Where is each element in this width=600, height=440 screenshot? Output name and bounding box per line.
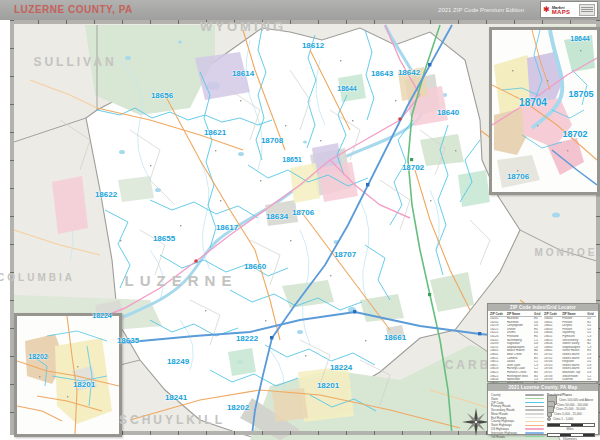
inset-tr-art bbox=[492, 30, 597, 192]
county-label-wyoming: WYOMING bbox=[200, 19, 286, 34]
legend-line-items: CountyStateZIP CodePrimary RoadsSecondar… bbox=[491, 393, 544, 440]
legend-line-sample bbox=[525, 425, 544, 426]
logo-star-icon: ✱ bbox=[543, 6, 550, 14]
zip-label-18706: 18706 bbox=[292, 208, 314, 217]
map-frame-top bbox=[10, 20, 600, 24]
legend-line-sample bbox=[525, 409, 544, 410]
legend-place-item: Cities 1 - 5,000 bbox=[547, 416, 595, 421]
legend-item-toll-roads: Toll Roads bbox=[491, 435, 544, 439]
inset-zip-label-18704: 18704 bbox=[519, 97, 547, 108]
scale-bar-miles: Miles bbox=[547, 423, 595, 431]
legend-body: CountyStateZIP CodePrimary RoadsSecondar… bbox=[488, 391, 598, 440]
legend-line-sample bbox=[525, 417, 544, 418]
inset-zip-label-18706: 18706 bbox=[507, 172, 529, 181]
legend-place-items: Cities 100,000 and AboveCities 50,000 - … bbox=[547, 398, 595, 421]
zip-label-18201: 18201 bbox=[317, 381, 339, 390]
zip-label-18614: 18614 bbox=[232, 69, 254, 78]
zip-label-18622: 18622 bbox=[95, 190, 117, 199]
zip-label-18708: 18708 bbox=[261, 136, 283, 145]
zip-code-wall-map: { "header": { "title": "LUZERNE COUNTY, … bbox=[0, 0, 600, 440]
zip-label-18702: 18702 bbox=[402, 163, 424, 172]
zip-label-18643: 18643 bbox=[371, 69, 393, 78]
city-symbol-icon bbox=[547, 417, 551, 421]
zip-label-18707: 18707 bbox=[334, 250, 356, 259]
zip-label-18224: 18224 bbox=[92, 312, 111, 319]
zip-label-18612: 18612 bbox=[302, 41, 324, 50]
legend-line-sample bbox=[525, 428, 544, 429]
county-label-schuylkill: SCHUYLKILL bbox=[119, 413, 225, 427]
logo-text: Market MAPS bbox=[552, 6, 571, 14]
zip-label-18202: 18202 bbox=[227, 403, 249, 412]
zip-index-panel: ZIP Code Index/Grid Locator ZIP CodeZIP … bbox=[487, 303, 599, 382]
zip-index-title: ZIP Code Index/Grid Locator bbox=[488, 304, 598, 311]
zip-label-18656: 18656 bbox=[151, 91, 173, 100]
county-label-columbia: COLUMBIA bbox=[0, 272, 75, 283]
zip-label-18655: 18655 bbox=[153, 234, 175, 243]
zip-label-18224: 18224 bbox=[330, 363, 352, 372]
zip-label-18617: 18617 bbox=[216, 223, 238, 232]
zip-index-body: ZIP CodeZIP NameGrid18201HazletonE418202… bbox=[488, 311, 598, 386]
legend-line-sample bbox=[525, 432, 544, 433]
inset-zip-label-18202: 18202 bbox=[28, 353, 47, 360]
inset-zip-label-18702: 18702 bbox=[562, 129, 587, 139]
county-label-sullivan: SULLIVAN bbox=[33, 55, 116, 69]
county-label-monroe: MONROE bbox=[535, 247, 598, 258]
inset-zip-label-18705: 18705 bbox=[568, 89, 593, 99]
zip-index-table-left: ZIP CodeZIP NameGrid18201HazletonE418202… bbox=[490, 312, 542, 385]
title-bar: LUZERNE COUNTY, PA 2021 ZIP Code Premium… bbox=[0, 0, 600, 20]
zip-label-18635: 18635 bbox=[117, 336, 139, 345]
zip-label-18634: 18634 bbox=[266, 212, 288, 221]
zip-label-18642: 18642 bbox=[398, 68, 420, 77]
zip-label-18640: 18640 bbox=[437, 108, 459, 117]
scale-bar-kilometers: Kilometers bbox=[547, 433, 595, 440]
zip-index-table-right: ZIP CodeZIP NameGrid18640PittstonD218641… bbox=[544, 312, 596, 382]
inset-zip-label-18644: 18644 bbox=[570, 35, 589, 42]
publisher-logo: ✱ Market MAPS bbox=[540, 1, 598, 18]
zip-label-18241: 18241 bbox=[165, 393, 187, 402]
logo-badge bbox=[579, 4, 595, 16]
map-title: LUZERNE COUNTY, PA bbox=[14, 4, 133, 15]
inset-bl-art bbox=[17, 316, 119, 434]
legend-panel: 2021 Luzerne County, PA Map CountyStateZ… bbox=[487, 383, 599, 435]
legend-title: 2021 Luzerne County, PA Map bbox=[488, 384, 598, 391]
inset-map-hazleton bbox=[14, 313, 122, 437]
zip-label-18660: 18660 bbox=[244, 262, 266, 271]
zip-label-18621: 18621 bbox=[204, 128, 226, 137]
legend-places: Populated Places Cities 100,000 and Abov… bbox=[547, 393, 595, 440]
city-symbol-icon bbox=[547, 412, 552, 417]
legend-line-sample bbox=[525, 402, 544, 403]
legend-line-sample bbox=[525, 406, 544, 407]
index-row: 18709LuzerneD2 bbox=[544, 378, 596, 382]
zip-label-18644: 18644 bbox=[337, 85, 356, 92]
legend-line-sample bbox=[525, 394, 544, 395]
county-label-luzerne: LUZERNE bbox=[125, 272, 238, 289]
edition-label: 2021 ZIP Code Premium Edition bbox=[438, 7, 524, 13]
zip-label-18222: 18222 bbox=[236, 334, 258, 343]
zip-label-18651: 18651 bbox=[282, 156, 301, 163]
legend-line-sample bbox=[525, 421, 544, 422]
zip-label-18249: 18249 bbox=[167, 357, 189, 366]
legend-line-sample bbox=[525, 413, 544, 414]
inset-zip-label-18201: 18201 bbox=[73, 380, 95, 389]
legend-line-sample bbox=[525, 398, 544, 399]
legend-place-item: Cities 50,000 - 100,000 bbox=[547, 403, 595, 408]
legend-line-sample bbox=[525, 436, 544, 437]
zip-label-18661: 18661 bbox=[384, 333, 406, 342]
inset-map-wilkes-barre bbox=[489, 27, 600, 195]
